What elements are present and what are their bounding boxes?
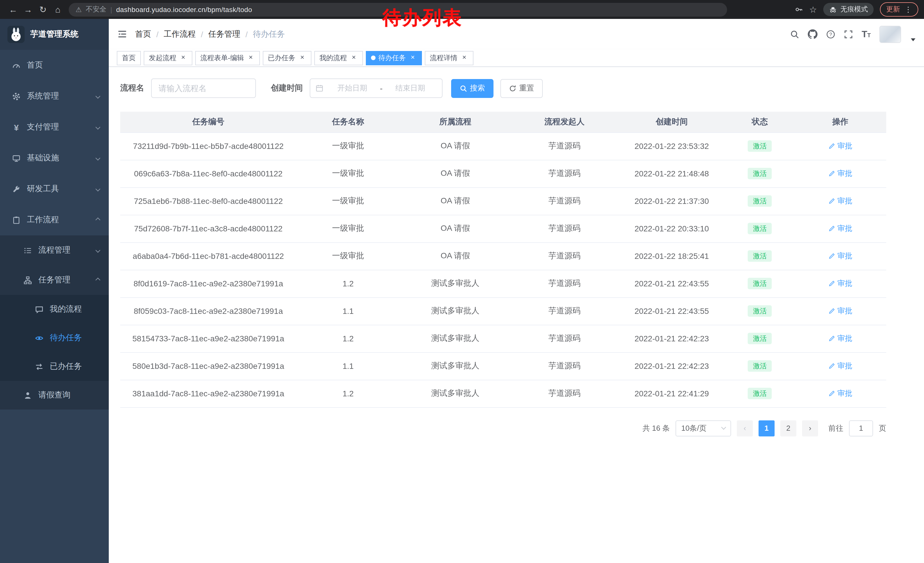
avatar-caret-icon[interactable] — [911, 38, 915, 41]
app-logo[interactable]: 芋道管理系统 — [0, 19, 109, 50]
breadcrumb-home[interactable]: 首页 — [135, 29, 151, 39]
sidebar-item-leave-query[interactable]: 请假查询 — [0, 381, 109, 410]
tab-todo-tasks[interactable]: 待办任务× — [366, 51, 422, 65]
cell-time: 2022-01-22 18:25:41 — [618, 242, 725, 270]
close-icon[interactable]: × — [409, 54, 417, 62]
cell-process: 测试多审批人 — [400, 270, 511, 297]
sidebar-item-system[interactable]: 系统管理 — [0, 81, 109, 112]
status-badge: 激活 — [748, 360, 772, 372]
chevron-down-icon — [96, 248, 100, 253]
chevron-down-icon — [96, 94, 100, 99]
cell-actions: 审批 — [794, 242, 886, 270]
app-title: 芋道管理系统 — [30, 29, 78, 39]
prev-page-button[interactable]: ‹ — [737, 420, 753, 436]
close-icon[interactable]: × — [247, 54, 255, 62]
cell-task-name: 一级审批 — [296, 187, 400, 215]
main-area: 首页 / 工作流程 / 任务管理 / 待办任务 ? TT — [109, 19, 924, 563]
sidebar-item-process-manage[interactable]: 流程管理 — [0, 236, 109, 265]
col-status: 状态 — [725, 112, 794, 132]
start-date-placeholder: 开始日期 — [326, 83, 379, 93]
sidebar-item-label: 任务管理 — [38, 275, 70, 285]
approve-link[interactable]: 审批 — [828, 333, 852, 344]
reload-icon[interactable]: ↻ — [36, 2, 50, 17]
tab-form-edit[interactable]: 流程表单-编辑× — [195, 51, 260, 65]
search-button[interactable]: 搜索 — [451, 79, 494, 98]
sidebar-item-workflow[interactable]: 工作流程 — [0, 204, 109, 236]
sidebar-item-my-process[interactable]: 我的流程 — [0, 295, 109, 324]
cell-actions: 审批 — [794, 215, 886, 242]
help-icon[interactable]: ? — [826, 30, 835, 39]
sidebar-item-todo-tasks[interactable]: 待办任务 — [0, 324, 109, 352]
status-badge: 激活 — [748, 305, 772, 317]
page-size-select[interactable]: 10条/页 — [675, 420, 731, 436]
breadcrumb-current: 待办任务 — [253, 29, 285, 39]
cell-time: 2022-01-22 21:37:30 — [618, 187, 725, 215]
sidebar-item-label: 工作流程 — [27, 215, 59, 225]
close-icon[interactable]: × — [460, 54, 468, 62]
close-icon[interactable]: × — [298, 54, 306, 62]
approve-link[interactable]: 审批 — [828, 306, 852, 316]
table-row: 8f0d1619-7ac8-11ec-a9e2-a2380e71991a 1.2… — [120, 270, 886, 297]
approve-link[interactable]: 审批 — [828, 224, 852, 234]
approve-link[interactable]: 审批 — [828, 196, 852, 206]
next-page-button[interactable]: › — [802, 420, 818, 436]
approve-link[interactable]: 审批 — [828, 168, 852, 179]
forward-icon[interactable]: → — [21, 2, 36, 17]
close-icon[interactable]: × — [179, 54, 187, 62]
reset-button[interactable]: 重置 — [500, 79, 543, 98]
home-icon[interactable]: ⌂ — [50, 2, 65, 17]
close-icon[interactable]: × — [350, 54, 358, 62]
approve-link[interactable]: 审批 — [828, 361, 852, 371]
approve-link[interactable]: 审批 — [828, 251, 852, 261]
table-row: 73211d9d-7b9b-11ec-b5b7-acde48001122 一级审… — [120, 132, 886, 160]
search-icon[interactable] — [790, 30, 799, 39]
tools-icon — [12, 185, 21, 193]
monitor-icon — [12, 154, 21, 162]
cell-process: OA 请假 — [400, 242, 511, 270]
warning-icon[interactable]: ⚠ — [76, 6, 82, 14]
page-button-2[interactable]: 2 — [780, 420, 796, 436]
tab-my-process[interactable]: 我的流程× — [314, 51, 363, 65]
date-range-picker[interactable]: 开始日期 - 结束日期 — [310, 78, 442, 98]
tab-label: 首页 — [122, 53, 136, 63]
swap-arrows-icon — [34, 362, 44, 371]
sidebar-item-label: 已办任务 — [50, 362, 82, 372]
breadcrumb-task-manage[interactable]: 任务管理 — [208, 29, 240, 39]
sidebar-item-done-tasks[interactable]: 已办任务 — [0, 352, 109, 381]
app-shell: 芋道管理系统 首页 系统管理 ¥ 支付管理 基础设施 — [0, 19, 924, 563]
breadcrumb-workflow[interactable]: 工作流程 — [164, 29, 196, 39]
sidebar-item-task-manage[interactable]: 任务管理 — [0, 265, 109, 295]
cell-task-name: 1.1 — [296, 352, 400, 380]
approve-link[interactable]: 审批 — [828, 141, 852, 151]
key-icon[interactable] — [794, 5, 803, 14]
approve-link[interactable]: 审批 — [828, 388, 852, 399]
page-button-1[interactable]: 1 — [759, 420, 775, 436]
sidebar-item-payment[interactable]: ¥ 支付管理 — [0, 112, 109, 143]
process-name-input[interactable] — [151, 78, 256, 98]
back-icon[interactable]: ← — [6, 2, 21, 17]
bookmark-star-icon[interactable]: ☆ — [809, 4, 817, 15]
github-icon[interactable] — [808, 29, 818, 39]
goto-page-input[interactable] — [849, 420, 873, 436]
cell-process: 测试多审批人 — [400, 380, 511, 407]
cell-task-id: 725a1eb6-7b88-11ec-8ef0-acde48001122 — [120, 187, 296, 215]
tab-home[interactable]: 首页 — [117, 51, 141, 65]
approve-link[interactable]: 审批 — [828, 278, 852, 289]
cell-actions: 审批 — [794, 270, 886, 297]
sidebar-item-home[interactable]: 首页 — [0, 50, 109, 81]
cell-status: 激活 — [725, 187, 794, 215]
avatar[interactable] — [879, 26, 901, 43]
font-size-icon[interactable]: TT — [862, 29, 871, 39]
tab-process-detail[interactable]: 流程详情× — [425, 51, 474, 65]
menu-dots-icon[interactable]: ⋮ — [904, 5, 912, 14]
tab-done-tasks[interactable]: 已办任务× — [263, 51, 311, 65]
collapse-sidebar-icon[interactable] — [117, 29, 127, 39]
cell-task-id: 73211d9d-7b9b-11ec-b5b7-acde48001122 — [120, 132, 296, 160]
fullscreen-icon[interactable] — [844, 30, 853, 39]
update-button[interactable]: 更新 ⋮ — [880, 2, 918, 17]
page-size-value: 10条/页 — [681, 423, 706, 433]
sidebar-item-infrastructure[interactable]: 基础设施 — [0, 143, 109, 174]
tab-start-process[interactable]: 发起流程× — [144, 51, 192, 65]
chrome-actions: ☆ 无痕模式 更新 ⋮ — [794, 2, 918, 17]
sidebar-item-devtools[interactable]: 研发工具 — [0, 174, 109, 204]
